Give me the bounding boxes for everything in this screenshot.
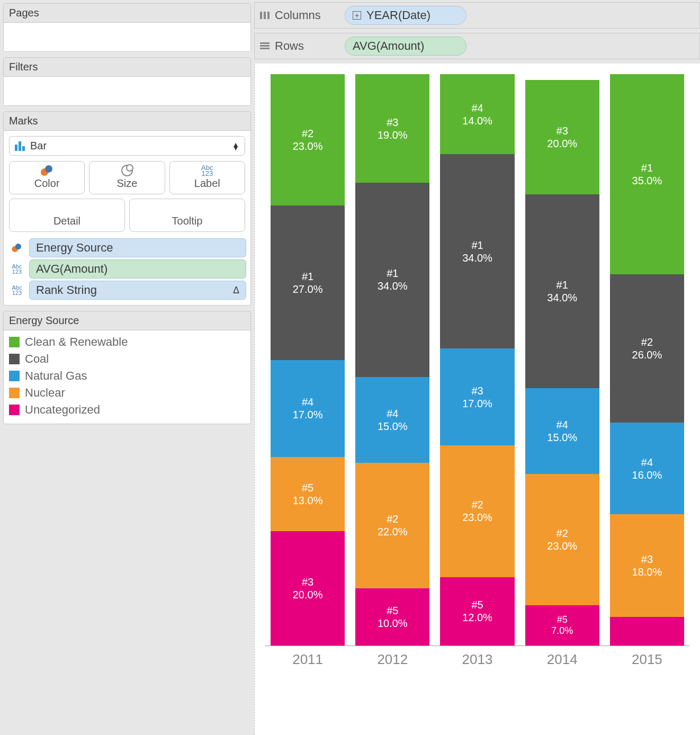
legend-label: Uncategorized <box>25 403 100 417</box>
bar-segment[interactable]: #57.0% <box>525 605 599 646</box>
marks-pill-label-row-2[interactable]: Abc123 Rank String Δ <box>8 281 246 300</box>
bar-segment[interactable]: #223.0% <box>440 445 514 577</box>
legend-swatch <box>9 371 20 381</box>
bar-column[interactable]: #318.0%#416.0%#226.0%#135.0% <box>610 74 684 646</box>
marks-size-button[interactable]: Size <box>89 161 165 194</box>
segment-value-label: 20.0% <box>293 588 323 601</box>
expand-icon[interactable]: + <box>353 11 361 20</box>
bar-column[interactable]: #57.0%#223.0%#415.0%#134.0%#320.0% <box>525 74 599 646</box>
bar-segment[interactable]: #320.0% <box>271 531 345 646</box>
bar-segment[interactable]: #414.0% <box>440 74 514 154</box>
marks-pill-label-row-1[interactable]: Abc123 AVG(Amount) <box>8 259 246 279</box>
x-tick-label: 2012 <box>355 651 429 668</box>
segment-value-label: 17.0% <box>293 408 323 421</box>
pages-shelf[interactable]: Pages <box>3 3 251 52</box>
x-axis: 20112012201320142015 <box>265 646 689 668</box>
stacked-bar-chart[interactable]: #320.0%#513.0%#417.0%#127.0%#223.0%#510.… <box>265 74 689 646</box>
segment-value-label: 14.0% <box>462 114 492 127</box>
bar-segment[interactable]: #417.0% <box>271 360 345 457</box>
segment-value-label: 10.0% <box>378 617 408 630</box>
bar-segment[interactable]: #223.0% <box>525 474 599 605</box>
segment-rank-label: #2 <box>557 527 568 540</box>
rows-shelf[interactable]: Rows AVG(Amount) <box>254 33 700 59</box>
marks-tooltip-button[interactable]: Tooltip <box>129 199 245 232</box>
segment-rank-label: #5 <box>557 614 568 626</box>
marks-pill-color-row[interactable]: Energy Source <box>8 238 246 257</box>
bar-column[interactable]: #512.0%#223.0%#317.0%#134.0%#414.0% <box>440 74 514 646</box>
rows-pill-avg-amount[interactable]: AVG(Amount) <box>345 37 466 56</box>
legend-item[interactable]: Nuclear <box>9 384 245 401</box>
bar-segment[interactable]: #415.0% <box>525 388 599 474</box>
pill-label: AVG(Amount) <box>36 262 107 276</box>
marks-type-dropdown[interactable]: Bar ▲▼ <box>9 136 245 156</box>
bar-segment[interactable]: #513.0% <box>271 457 345 531</box>
segment-value-label: 27.0% <box>293 283 323 295</box>
filters-dropzone[interactable] <box>4 77 250 105</box>
legend-swatch <box>9 354 20 364</box>
rows-label: Rows <box>275 39 304 53</box>
legend-label: Natural Gas <box>25 369 87 383</box>
segment-rank-label: #2 <box>387 513 398 525</box>
marks-pills: Energy Source Abc123 AVG(Amount) Abc123 … <box>4 236 250 305</box>
bar-chart-icon <box>15 141 25 151</box>
segment-rank-label: #5 <box>387 604 398 617</box>
bar-segment[interactable]: #127.0% <box>271 205 345 360</box>
bar-segment[interactable]: #135.0% <box>610 74 684 274</box>
bar-segment[interactable]: #222.0% <box>355 463 429 588</box>
marks-detail-button[interactable]: Detail <box>9 199 125 232</box>
bar-segment[interactable]: #319.0% <box>355 74 429 183</box>
segment-rank-label: #1 <box>387 267 398 280</box>
pill-energy-source[interactable]: Energy Source <box>29 238 246 257</box>
segment-value-label: 17.0% <box>462 397 492 410</box>
bar-column[interactable]: #320.0%#513.0%#417.0%#127.0%#223.0% <box>271 74 345 646</box>
columns-shelf[interactable]: Columns + YEAR(Date) <box>254 2 700 29</box>
segment-value-label: 23.0% <box>547 540 577 552</box>
pill-avg-amount[interactable]: AVG(Amount) <box>29 259 246 279</box>
filters-shelf[interactable]: Filters <box>3 57 251 106</box>
marks-size-label: Size <box>117 177 138 190</box>
right-panel: Columns + YEAR(Date) Rows AVG(Amount) #3… <box>254 0 700 735</box>
segment-value-label: 15.0% <box>547 431 577 444</box>
legend-item[interactable]: Clean & Renewable <box>9 334 245 351</box>
marks-header: Marks <box>4 112 250 131</box>
segment-rank-label: #4 <box>387 407 398 420</box>
color-icon <box>12 244 22 252</box>
legend-item[interactable]: Natural Gas <box>9 368 245 384</box>
bar-segment[interactable]: #223.0% <box>271 74 345 205</box>
pages-dropzone[interactable] <box>4 23 250 51</box>
segment-value-label: 18.0% <box>632 566 662 578</box>
segment-rank-label: #3 <box>302 576 313 588</box>
segment-value-label: 35.0% <box>632 174 662 187</box>
segment-value-label: 12.0% <box>462 611 492 624</box>
marks-tooltip-label: Tooltip <box>172 215 203 227</box>
bar-segment[interactable]: #320.0% <box>525 80 599 194</box>
pill-rank-string[interactable]: Rank String Δ <box>29 281 246 300</box>
bar-segment[interactable]: #134.0% <box>355 183 429 377</box>
bar-segment[interactable]: #416.0% <box>610 423 684 514</box>
bar-segment[interactable] <box>610 617 684 646</box>
legend-item[interactable]: Coal <box>9 351 245 368</box>
viz-area[interactable]: #320.0%#513.0%#417.0%#127.0%#223.0%#510.… <box>254 64 700 735</box>
segment-rank-label: #2 <box>471 498 483 511</box>
bar-segment[interactable]: #134.0% <box>525 194 599 389</box>
bar-column[interactable]: #510.0%#222.0%#415.0%#134.0%#319.0% <box>355 74 429 646</box>
bar-segment[interactable]: #318.0% <box>610 514 684 617</box>
legend-item[interactable]: Uncategorized <box>9 401 245 418</box>
bar-segment[interactable]: #510.0% <box>355 588 429 646</box>
segment-rank-label: #4 <box>302 396 313 408</box>
columns-pill-year-date[interactable]: + YEAR(Date) <box>345 6 466 25</box>
bar-segment[interactable]: #512.0% <box>440 577 514 646</box>
x-tick-label: 2015 <box>610 651 684 668</box>
bar-segment[interactable]: #134.0% <box>440 154 514 348</box>
marks-color-button[interactable]: Color <box>9 161 85 194</box>
segment-value-label: 34.0% <box>378 280 408 292</box>
marks-buttons: Color Size Abc123 Label Detail Tooltip <box>4 161 250 236</box>
legend-swatch <box>9 388 20 398</box>
bar-segment[interactable]: #415.0% <box>355 377 429 463</box>
left-panel: Pages Filters Marks Bar ▲▼ Color <box>0 0 254 735</box>
bar-segment[interactable]: #226.0% <box>610 274 684 423</box>
bar-segment[interactable]: #317.0% <box>440 348 514 445</box>
marks-label-button[interactable]: Abc123 Label <box>169 161 245 194</box>
segment-rank-label: #1 <box>641 162 653 174</box>
legend-title: Energy Source <box>4 311 250 330</box>
